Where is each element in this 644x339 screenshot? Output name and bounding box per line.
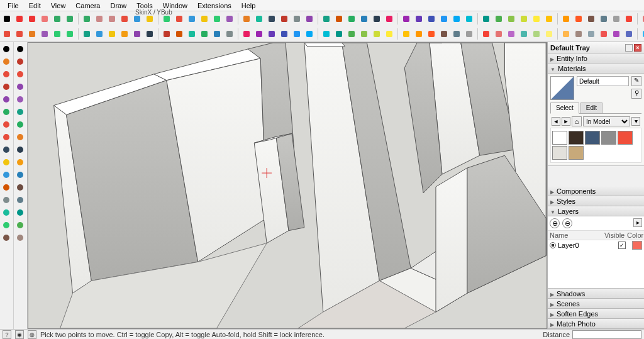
tray-pin-icon[interactable] xyxy=(625,44,633,52)
ext-ac-icon[interactable] xyxy=(371,28,382,40)
ext-u-icon[interactable] xyxy=(266,28,277,40)
style5-icon[interactable] xyxy=(640,13,644,25)
polygon-icon[interactable] xyxy=(14,94,26,105)
ext-o-icon[interactable] xyxy=(186,28,197,40)
measurement-input[interactable] xyxy=(572,330,641,339)
polygon-icon[interactable] xyxy=(81,13,92,25)
prev-view-icon[interactable] xyxy=(321,13,332,25)
walk-icon[interactable] xyxy=(371,13,382,25)
select-icon[interactable] xyxy=(1,13,13,25)
section-soften-edges[interactable]: Soften Edges xyxy=(548,309,644,319)
ext-ag-icon[interactable] xyxy=(426,28,437,40)
wireframe-icon[interactable] xyxy=(518,13,530,25)
ext-aq-icon[interactable] xyxy=(560,28,572,40)
layer-remove-button[interactable]: ⊖ xyxy=(562,218,572,228)
shaded-icon[interactable] xyxy=(543,13,555,25)
ext-g-icon[interactable] xyxy=(81,28,92,40)
layer-visible-checkbox[interactable]: ✓ xyxy=(618,242,626,249)
shaded-tex-icon[interactable] xyxy=(560,13,572,25)
layer-add-button[interactable]: ⊕ xyxy=(550,218,560,228)
menu-draw[interactable]: Draw xyxy=(105,1,131,11)
material-swatch[interactable] xyxy=(618,131,633,145)
menu-edit[interactable]: Edit xyxy=(24,1,46,11)
geo-icon[interactable] xyxy=(14,220,26,231)
position-cam-icon[interactable] xyxy=(346,13,357,25)
3dwh-icon[interactable] xyxy=(1,182,12,193)
section-materials[interactable]: Materials xyxy=(548,64,644,74)
freehand-icon[interactable] xyxy=(14,69,26,80)
section-scenes[interactable]: Scenes xyxy=(548,299,644,309)
arcs-icon[interactable] xyxy=(1,81,12,92)
ext-q-icon[interactable] xyxy=(211,28,223,40)
arc-icon[interactable] xyxy=(94,13,105,25)
left-icon[interactable] xyxy=(451,13,462,25)
menu-help[interactable]: Help xyxy=(236,1,261,11)
ext-p-icon[interactable] xyxy=(199,28,210,40)
ext-an-icon[interactable] xyxy=(518,28,530,40)
style-icon[interactable] xyxy=(586,13,597,25)
eraser-icon[interactable] xyxy=(14,13,25,25)
right-icon[interactable] xyxy=(426,13,437,25)
sandbox-icon[interactable] xyxy=(1,220,12,231)
circle-icon[interactable] xyxy=(64,13,75,25)
orbit-icon[interactable] xyxy=(253,13,265,25)
ext-h-icon[interactable] xyxy=(94,28,105,40)
paintbucket-icon[interactable] xyxy=(1,56,12,67)
ext-aa-icon[interactable] xyxy=(346,28,357,40)
ext-af-icon[interactable] xyxy=(413,28,425,40)
look-around-icon[interactable] xyxy=(358,13,370,25)
zoom-icon[interactable] xyxy=(279,13,290,25)
ext-wh-icon[interactable] xyxy=(14,182,26,193)
materials-tab-edit[interactable]: Edit xyxy=(580,103,602,113)
iso-icon[interactable] xyxy=(384,13,395,25)
make-comp-icon[interactable] xyxy=(14,43,26,55)
layers-menu-button[interactable]: ▸ xyxy=(633,218,642,227)
ext-ao-icon[interactable] xyxy=(531,28,542,40)
pan-icon[interactable] xyxy=(266,13,277,25)
ext-ap-icon[interactable] xyxy=(543,28,555,40)
model-viewport[interactable] xyxy=(28,42,547,329)
2pt-arc-icon[interactable] xyxy=(14,81,26,92)
ext-as-icon[interactable] xyxy=(586,28,597,40)
axes-icon[interactable] xyxy=(211,13,223,25)
ext-k-icon[interactable] xyxy=(131,28,143,40)
ext-ak-icon[interactable] xyxy=(480,28,492,40)
material-preview[interactable] xyxy=(550,76,574,100)
sample-material-button[interactable]: ⚲ xyxy=(631,89,641,99)
ext-c-icon[interactable] xyxy=(26,28,38,40)
ext-s-icon[interactable] xyxy=(241,28,252,40)
back-icon[interactable] xyxy=(438,13,450,25)
ext-f-icon[interactable] xyxy=(64,28,75,40)
section-match-photo[interactable]: Match Photo xyxy=(548,319,644,329)
section-layers[interactable]: Layers xyxy=(548,206,644,216)
section-styles[interactable]: Styles xyxy=(548,196,644,206)
section-entity-info[interactable]: Entity Info xyxy=(548,53,644,64)
menu-file[interactable]: File xyxy=(3,1,24,11)
ext-b-icon[interactable] xyxy=(14,28,25,40)
rotate-icon[interactable] xyxy=(1,131,12,143)
shapes-icon[interactable] xyxy=(1,94,12,105)
hidden-line-icon[interactable] xyxy=(531,13,542,25)
library-back-button[interactable]: ◄ xyxy=(552,117,560,126)
create-material-button[interactable]: ✎ xyxy=(631,76,641,86)
ext-ar-icon[interactable] xyxy=(573,28,584,40)
shadows-icon[interactable] xyxy=(464,13,475,25)
ext-w-icon[interactable] xyxy=(291,28,303,40)
footprint-icon[interactable] xyxy=(1,232,12,243)
ext-a-icon[interactable] xyxy=(1,28,13,40)
status-user-icon[interactable]: ◉ xyxy=(15,330,24,339)
ext-t-icon[interactable] xyxy=(253,28,265,40)
top-icon[interactable] xyxy=(401,13,412,25)
xray-icon[interactable] xyxy=(493,13,504,25)
material-swatch[interactable] xyxy=(585,131,600,145)
library-fwd-button[interactable]: ► xyxy=(562,117,570,126)
ext-d-icon[interactable] xyxy=(39,28,50,40)
section-icon[interactable] xyxy=(241,13,252,25)
face-icon[interactable] xyxy=(1,207,12,218)
dims-icon[interactable] xyxy=(14,144,26,155)
tape-icon[interactable] xyxy=(174,13,185,25)
section-icon[interactable] xyxy=(1,194,12,206)
scale-icon[interactable] xyxy=(14,131,26,143)
review-icon[interactable] xyxy=(14,232,26,243)
followme-icon[interactable] xyxy=(14,106,26,118)
